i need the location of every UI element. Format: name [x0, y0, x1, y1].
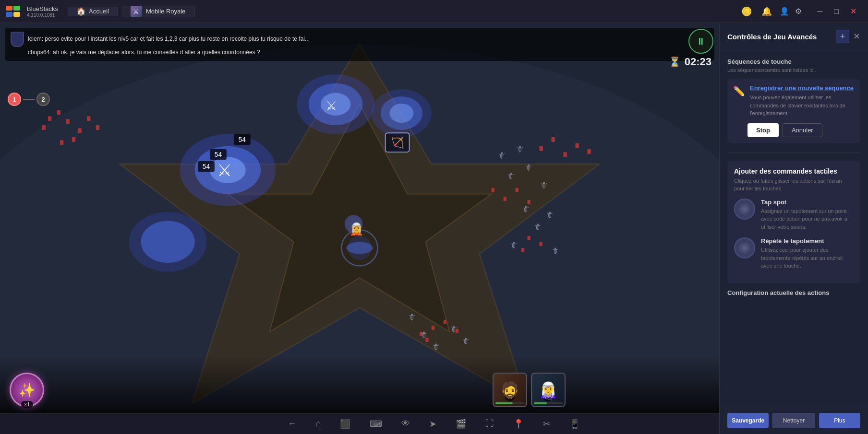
- svg-text:🗡: 🗡: [533, 222, 542, 232]
- svg-rect-24: [432, 326, 434, 330]
- step-2: 2: [36, 93, 50, 106]
- keyboard-button[interactable]: ⌨: [366, 416, 386, 432]
- svg-rect-17: [563, 152, 567, 157]
- tap-spot-text: Tap spot Assignez un tapotement sur un p…: [761, 199, 854, 231]
- svg-text:🧝: 🧝: [349, 222, 364, 236]
- panel-header: Contrôles de Jeu Avancés + ✕: [720, 23, 868, 50]
- hero2-hp-bar: [534, 402, 563, 404]
- main-layout: ⚔ 54 54 54 ⚔ 🏹: [0, 23, 868, 413]
- save-button[interactable]: Sauvegarde: [727, 413, 769, 428]
- svg-text:🗡: 🗡: [524, 163, 532, 172]
- svg-text:54: 54: [215, 151, 222, 158]
- timer-area: ⏳ 02:23: [669, 56, 711, 68]
- step-line: [23, 99, 35, 100]
- panel-title: Contrôles de Jeu Avancés: [727, 33, 817, 41]
- home-icon: 🏠: [76, 7, 86, 16]
- svg-text:🗡: 🗡: [516, 144, 524, 154]
- user-icon[interactable]: 👤: [780, 7, 789, 16]
- repeat-tap-inner: [738, 241, 751, 255]
- svg-rect-20: [528, 236, 530, 240]
- add-icon: +: [840, 32, 845, 42]
- chat-line-2: chups64: ah ok. je vais me déplacer alor…: [28, 49, 260, 56]
- record-description: Vous pouvez également utiliser les comma…: [750, 94, 855, 117]
- svg-point-52: [141, 221, 194, 263]
- skill-icon: ✨: [19, 382, 36, 398]
- coin-area: 🪙: [741, 6, 754, 17]
- bottom-hud: ✨ ×1 🧔 ⚔ 🧝‍♀️ 🏹: [0, 355, 719, 413]
- view-button[interactable]: 👁: [398, 416, 414, 432]
- tab-game[interactable]: ⚔ Mobile Royale: [122, 6, 194, 17]
- camera-button[interactable]: 🎬: [452, 416, 470, 432]
- title-bar: BlueStacks 4.110.0.1081 🏠 Accueil ⚔ Mobi…: [0, 0, 868, 23]
- sequences-subtitle: Les séquences/combo sont listées ici.: [727, 67, 860, 73]
- section-divider: [727, 152, 860, 153]
- svg-text:⚔: ⚔: [326, 98, 337, 113]
- svg-rect-28: [492, 188, 494, 192]
- svg-rect-22: [521, 248, 524, 252]
- svg-rect-14: [72, 137, 75, 142]
- hero-1-portrait[interactable]: 🧔 ⚔: [493, 373, 527, 407]
- svg-rect-29: [504, 197, 506, 201]
- pencil-icon: ✏️: [733, 85, 745, 97]
- record-area: ✏️ Enregistrer une nouvelle séquence Vou…: [727, 79, 860, 143]
- tab-home-label: Accueil: [89, 8, 109, 15]
- svg-rect-6: [48, 116, 51, 121]
- record-sequence-link[interactable]: Enregistrer une nouvelle séquence: [750, 84, 855, 92]
- svg-rect-12: [96, 125, 99, 130]
- stop-button[interactable]: Stop: [747, 123, 779, 137]
- panel-close-button[interactable]: ✕: [853, 30, 860, 43]
- home-button[interactable]: ⌂: [312, 416, 325, 432]
- add-sequence-button[interactable]: +: [836, 30, 849, 43]
- mobile-button[interactable]: 📱: [566, 416, 584, 432]
- svg-text:🗡: 🗡: [432, 342, 440, 352]
- more-button[interactable]: Plus: [819, 413, 860, 428]
- cancel-button[interactable]: Annuler: [783, 123, 822, 137]
- clean-button[interactable]: Nettoyer: [772, 413, 815, 428]
- coin-icon: 🪙: [741, 6, 752, 17]
- logo-green: [13, 6, 20, 11]
- fullscreen-button[interactable]: ⛶: [482, 416, 498, 432]
- app-name: BlueStacks: [27, 5, 58, 12]
- record-actions: Stop Annuler: [733, 123, 855, 137]
- hero-2-portrait[interactable]: 🧝‍♀️ 🏹: [531, 373, 566, 407]
- location-button[interactable]: 📍: [509, 416, 528, 432]
- tab-game-label: Mobile Royale: [146, 8, 185, 15]
- settings-icons: 👤 ⚙: [780, 7, 802, 16]
- scissors-button[interactable]: ✂: [539, 416, 554, 432]
- maximize-button[interactable]: □: [830, 5, 843, 18]
- svg-text:54: 54: [203, 163, 210, 170]
- hero1-hp-fill: [495, 402, 513, 404]
- tab-home[interactable]: 🏠 Accueil: [68, 7, 118, 16]
- sequences-section: Séquences de touche Les séquences/combo …: [727, 58, 860, 143]
- game-viewport[interactable]: ⚔ 54 54 54 ⚔ 🏹: [0, 23, 719, 413]
- step-1: 1: [8, 93, 21, 106]
- svg-text:54: 54: [239, 136, 246, 143]
- notification-icon[interactable]: 🔔: [761, 6, 772, 17]
- step-indicators: 1 2: [8, 93, 50, 106]
- close-button[interactable]: ✕: [846, 5, 860, 18]
- timer-icon: ⏳: [669, 56, 681, 68]
- back-button[interactable]: ←: [284, 416, 301, 432]
- repeat-tap-item: Répété le tapotement Utilisez ceci pour …: [734, 237, 854, 270]
- chat-line-1: lelem: perso evite pour l instant les ni…: [28, 35, 310, 44]
- hero1-face: 🧔: [500, 381, 519, 399]
- repeat-tap-text: Répété le tapotement Utilisez ceci pour …: [761, 237, 854, 270]
- record-header: ✏️ Enregistrer une nouvelle séquence Vou…: [733, 84, 855, 117]
- hero-skill-button[interactable]: ✨ ×1: [10, 373, 44, 407]
- svg-text:🏹: 🏹: [391, 136, 405, 149]
- gear-icon[interactable]: ⚙: [795, 7, 802, 16]
- pause-button[interactable]: ⏸: [688, 29, 713, 54]
- svg-rect-16: [551, 137, 555, 142]
- svg-text:🗡: 🗡: [540, 180, 548, 190]
- logo-blue: [6, 12, 12, 17]
- panel-content: Séquences de touche Les séquences/combo …: [720, 50, 868, 407]
- svg-point-55: [347, 242, 373, 254]
- tactile-section: Ajouter des commandes tactiles Cliquez o…: [727, 161, 860, 283]
- repeat-tap-circle: [734, 237, 755, 258]
- cursor-button[interactable]: ➤: [425, 416, 440, 432]
- tactile-title: Ajouter des commandes tactiles: [734, 167, 854, 175]
- svg-rect-31: [528, 200, 530, 204]
- screen-button[interactable]: ⬛: [336, 416, 354, 432]
- minimize-button[interactable]: ─: [813, 5, 826, 18]
- svg-text:🗡: 🗡: [506, 171, 515, 181]
